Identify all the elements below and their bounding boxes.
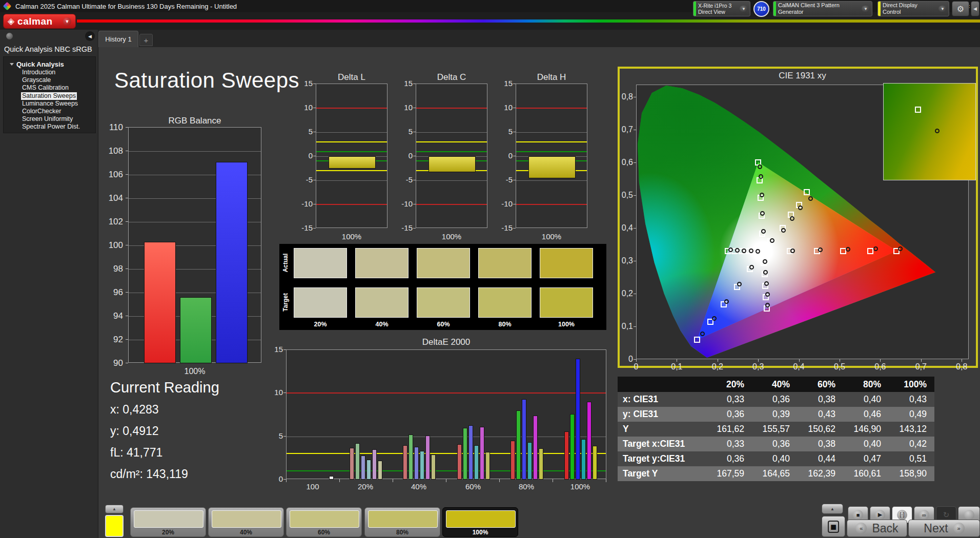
- cie-x-tick: 0,2: [707, 362, 728, 371]
- y-tick: -15: [493, 223, 513, 232]
- deltae-bar: [587, 402, 591, 480]
- y-tick: -15: [393, 223, 413, 232]
- pattern-generator-dropdown[interactable]: CalMAN Client 3 Pattern Generator ▼: [773, 1, 872, 16]
- cie-x-tick: 0,6: [870, 362, 890, 371]
- y-tick: 96: [103, 287, 123, 298]
- pattern-button-40%[interactable]: 40%: [208, 507, 284, 537]
- cie-measured-dot: [770, 238, 774, 243]
- next-button[interactable]: Next »: [908, 520, 980, 537]
- transport-expand-button[interactable]: ▲: [822, 504, 843, 514]
- y-tick: 90: [103, 358, 123, 368]
- tab-history-1[interactable]: History 1: [98, 31, 138, 47]
- sidebar-item-saturation-sweeps[interactable]: Saturation Sweeps: [21, 92, 77, 100]
- sidebar-item-spectral-power-dist-[interactable]: Spectral Power Dist.: [21, 123, 81, 131]
- delta_h-title: Delta H: [500, 72, 603, 82]
- settings-button[interactable]: ⚙: [952, 1, 969, 16]
- results-table-row: Target Y167,59164,65162,39160,61158,90: [618, 466, 934, 481]
- y-tick: 108: [103, 146, 123, 156]
- y-tick: 10: [263, 388, 283, 397]
- y-tick: -5: [493, 175, 513, 184]
- sidebar-item-luminance-sweeps[interactable]: Luminance Sweeps: [21, 100, 79, 108]
- y-tick: 5: [493, 127, 513, 136]
- y-tick: -10: [293, 199, 313, 208]
- deltae-bar: [570, 414, 575, 480]
- pattern-button-80%[interactable]: 80%: [364, 507, 440, 537]
- sidebar: ◀ Quick Analysis NBC sRGB Quick Analysis…: [0, 30, 98, 538]
- delta_c-bar: [428, 156, 476, 172]
- deltae-bar: [431, 454, 436, 480]
- collapse-panel-button[interactable]: ◀: [971, 1, 979, 16]
- sidebar-item-screen-uniformity[interactable]: Screen Uniformity: [21, 115, 74, 123]
- chevron-down-icon: ▼: [63, 17, 71, 26]
- y-tick: -10: [493, 199, 513, 208]
- meter-mode: Direct View: [698, 9, 731, 15]
- cie-x-tick: 0,1: [666, 362, 687, 371]
- chevron-down-icon: ▼: [740, 6, 748, 12]
- cie-y-tick: 0,5: [614, 191, 633, 200]
- calman-menu-button[interactable]: ◈ calman ▼: [3, 14, 76, 29]
- deltae-bar: [420, 451, 424, 480]
- deltae-bar: [409, 434, 413, 480]
- y-tick: 0: [393, 151, 413, 160]
- deltae-bar: [511, 441, 515, 480]
- deltae-bar: [425, 436, 430, 480]
- y-tick: 0: [263, 474, 283, 483]
- meter-badge[interactable]: 710: [753, 1, 769, 17]
- y-tick: 10: [393, 103, 413, 112]
- display-control-dropdown[interactable]: Direct Display Control ▼: [877, 1, 949, 16]
- pattern-button-60%[interactable]: 60%: [286, 507, 362, 537]
- cie-y-tick: 0,6: [614, 158, 633, 167]
- y-tick: 104: [103, 193, 123, 203]
- stop-large-button[interactable]: ■: [822, 516, 845, 537]
- cie-x-tick: 0,4: [789, 362, 809, 371]
- record-indicator-icon[interactable]: [6, 33, 13, 39]
- tree-root[interactable]: Quick Analysis: [4, 60, 95, 69]
- pattern-bar-expand-button[interactable]: ▲: [105, 505, 124, 513]
- cie-y-tick: 0,8: [614, 92, 633, 101]
- y-tick: 0: [293, 151, 313, 160]
- cie-measured-dot: [700, 332, 705, 336]
- y-tick: 98: [103, 264, 123, 274]
- y-tick: 10: [493, 103, 513, 112]
- cie-measured-dot: [712, 316, 717, 321]
- pattern-button-20%[interactable]: 20%: [130, 507, 206, 537]
- add-tab-button[interactable]: +: [139, 34, 153, 46]
- cie-measured-dot: [735, 248, 740, 253]
- delta_l-xlabel: 100%: [316, 232, 387, 241]
- chevrons-right-icon: »: [953, 523, 965, 534]
- cie-y-tick: 0,1: [614, 322, 633, 331]
- sidebar-item-cms-calibration[interactable]: CMS Calibration: [21, 84, 70, 92]
- pattern-button-100%[interactable]: 100%: [442, 507, 518, 537]
- delta_c-xlabel: 100%: [416, 232, 487, 241]
- cie-x-tick: 0,5: [829, 362, 850, 371]
- meter-dropdown[interactable]: X-Rite i1Pro 3 Direct View ▼: [693, 1, 750, 16]
- swatch-actual-60%: [417, 248, 470, 278]
- swatch-col-label: 100%: [540, 321, 593, 328]
- delta_c-plot: [416, 84, 487, 228]
- delta_c-limit-yellow: [416, 141, 487, 142]
- sidebar-item-introduction[interactable]: Introduction: [21, 69, 56, 76]
- delta_h-limit-red: [516, 108, 587, 109]
- swatch-target-80%: [478, 287, 532, 318]
- y-tick: -15: [293, 223, 313, 232]
- swatch-target-60%: [417, 287, 470, 318]
- quick-pattern-swatch[interactable]: [105, 515, 124, 537]
- sidebar-item-colorchecker[interactable]: ColorChecker: [21, 108, 62, 115]
- deltae-bar: [350, 448, 354, 480]
- current-reading-line: fL: 41,771: [110, 446, 162, 460]
- deltae-bar: [468, 425, 473, 480]
- workflow-tree: Quick Analysis IntroductionGrayscaleCMS …: [3, 56, 96, 133]
- sidebar-item-grayscale[interactable]: Grayscale: [21, 76, 52, 84]
- cie-measured-dot: [749, 249, 753, 253]
- y-tick: 106: [103, 170, 123, 180]
- deltae-limit-green: [287, 470, 606, 471]
- sidebar-collapse-button[interactable]: ◀: [85, 31, 95, 41]
- cie-measured-dot: [758, 164, 762, 169]
- results-table-row: Y161,62155,57150,62146,90143,12: [618, 422, 934, 437]
- swatch-actual-20%: [294, 248, 347, 278]
- swatch-col-label: 60%: [417, 321, 470, 328]
- y-tick: 15: [393, 79, 413, 88]
- circle-icon: [964, 510, 974, 520]
- back-button[interactable]: « Back: [847, 520, 907, 537]
- deltae-title: DeltaE 2000: [286, 337, 606, 347]
